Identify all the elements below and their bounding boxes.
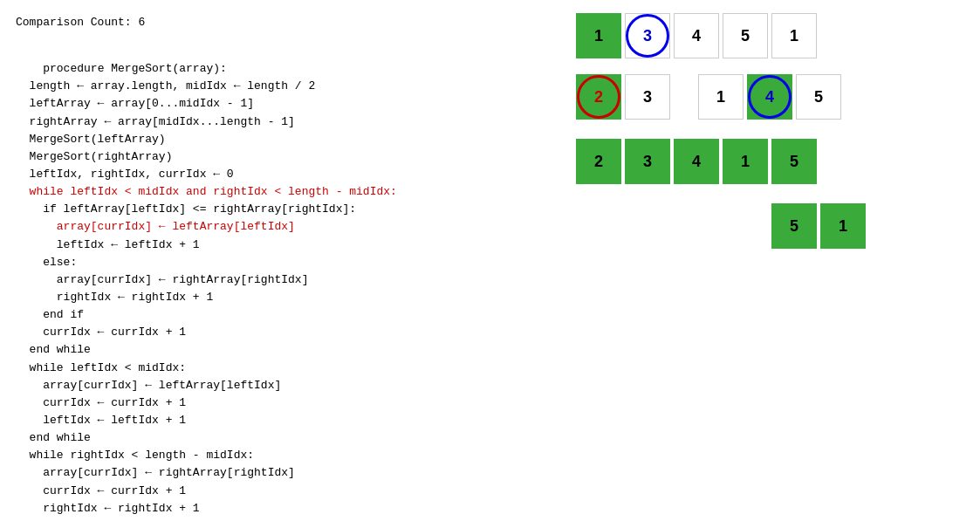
cell-value: 4 (674, 13, 719, 58)
cell-1-4: 5 (723, 13, 768, 58)
cell-3-4: 1 (723, 139, 768, 184)
viz-row-4: 5 1 (771, 203, 977, 249)
cell-2-2: 3 (625, 74, 670, 120)
cell-value: 1 (698, 74, 744, 120)
cell-4-2: 1 (820, 203, 866, 249)
cell-value: 5 (771, 139, 817, 184)
cell-value: 4 (674, 139, 719, 184)
cell-2-4: 4 (747, 74, 792, 120)
cell-value: 5 (723, 13, 768, 58)
cell-4-1: 5 (771, 203, 817, 249)
cell-value: 1 (771, 13, 817, 58)
cell-value: 1 (820, 203, 866, 249)
cell-2-3: 1 (698, 74, 744, 120)
cell-3-3: 4 (674, 139, 719, 184)
code-block: procedure MergeSort(array): length ← arr… (16, 43, 539, 521)
cell-3-5: 5 (771, 139, 817, 184)
cell-value: 2 (576, 139, 621, 184)
cell-value: 1 (576, 13, 621, 58)
viz-row-2: 2 3 1 4 5 (576, 74, 977, 120)
cell-1-3: 4 (674, 13, 719, 58)
cell-1-5: 1 (771, 13, 817, 58)
cell-2-5: 5 (796, 74, 841, 120)
cell-value: 3 (625, 74, 670, 120)
cell-value: 3 (625, 13, 670, 58)
cell-value: 3 (625, 139, 670, 184)
viz-row2-right: 1 4 5 (698, 74, 841, 120)
cell-1-1: 1 (576, 13, 621, 58)
cell-value: 5 (771, 203, 817, 249)
cell-value: 1 (723, 139, 768, 184)
viz-row2-left: 2 3 (576, 74, 670, 120)
viz-row-3: 2 3 4 1 5 (576, 139, 977, 184)
cell-1-2: 3 (625, 13, 670, 58)
viz-row-1: 1 3 4 5 1 (576, 13, 977, 58)
cell-value: 2 (576, 74, 621, 120)
cell-3-2: 3 (625, 139, 670, 184)
cell-value: 4 (747, 74, 792, 120)
cell-3-1: 2 (576, 139, 621, 184)
comparison-count: Comparison Count: 6 (16, 16, 539, 29)
cell-value: 5 (796, 74, 841, 120)
cell-2-1: 2 (576, 74, 621, 120)
